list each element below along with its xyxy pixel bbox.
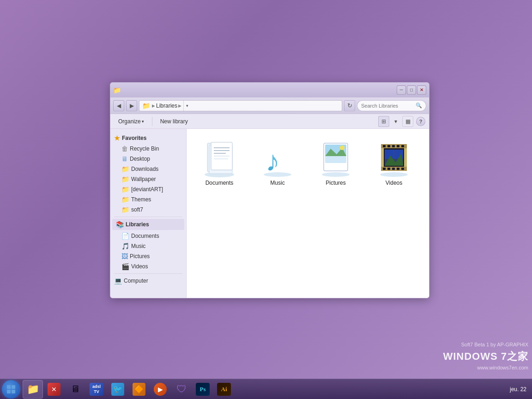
taskbar-monitor[interactable]: 🖥 [65,380,85,399]
sidebar-item-computer[interactable]: 💻 Computer [110,276,186,286]
sidebar-item-recycle-bin[interactable]: 🗑 Recycle Bin [110,144,186,154]
organize-chevron: ▾ [142,119,144,124]
sidebar-item-soft7[interactable]: 📁 soft7 [110,205,186,215]
window-title-icon: 📁 [113,86,121,94]
music-svg-icon: ♪ [261,139,294,177]
svg-rect-25 [397,145,399,147]
view-tiles-button[interactable]: ⊞ [378,116,389,127]
taskbar-orange-app[interactable]: 🔶 [129,380,149,399]
computer-label: Computer [124,278,148,284]
favorites-label: Favorites [122,135,146,141]
library-item-pictures[interactable]: Pictures [310,136,361,190]
documents-lib-label: Documents [206,180,234,186]
libraries-section: 📚 Libraries 📄 Documents 🎵 Music 🖼 Pictur… [110,219,186,272]
organize-button[interactable]: Organize ▾ [114,116,148,127]
taskbar-illustrator[interactable]: Ai [214,380,234,399]
computer-icon: 💻 [114,277,122,284]
recycle-bin-icon: 🗑 [121,145,128,152]
sidebar-item-documents[interactable]: 📄 Documents [110,231,186,241]
watermark-line1: Soft7 Beta 1 by AP-GRAPHIX [443,341,528,349]
address-chevron1: ▶ [152,103,155,108]
taskbar-blue-bird[interactable]: 🐦 [108,380,128,399]
maximize-button[interactable]: □ [407,85,416,95]
taskbar-shield[interactable]: 🛡 [171,380,192,399]
new-library-label: New library [160,118,188,125]
favorites-header[interactable]: ★ Favorites [110,133,186,144]
address-path: Libraries [156,103,177,109]
clock-time: jeu. 22 [510,386,526,393]
svg-rect-23 [387,145,390,147]
taskbar-adsl-tv[interactable]: adslTV [86,380,107,399]
taskbar-explorer[interactable]: 📁 [23,380,43,399]
content-area: ★ Favorites 🗑 Recycle Bin 🖥 Desktop 📁 Do… [110,129,429,298]
view-dropdown-button[interactable]: ▾ [390,116,401,127]
videos-label: Videos [131,263,148,270]
music-icon: 🎵 [121,242,129,250]
deviantart-icon: 📁 [121,186,129,193]
sidebar-item-desktop[interactable]: 🖥 Desktop [110,154,186,164]
nav-bar: ◀ ▶ 📁 ▶ Libraries ▶ ▾ ↻ 🔍 [110,97,429,114]
sidebar-item-music[interactable]: 🎵 Music [110,241,186,251]
address-dropdown[interactable]: ▾ [183,100,191,111]
documents-icon-wrap [201,140,238,177]
svg-rect-37 [12,385,15,389]
libraries-icon: 📚 [116,221,124,228]
svg-point-11 [322,172,350,177]
address-bar[interactable]: 📁 ▶ Libraries ▶ ▾ [139,100,342,111]
address-chevron2: ▶ [178,103,181,108]
sidebar-divider-2 [114,273,182,274]
taskbar-clock[interactable]: jeu. 22 [510,386,530,393]
libraries-header[interactable]: 📚 Libraries [112,219,184,230]
watermark-logo: WINDOWS 7之家 [443,349,528,364]
soft7-icon: 📁 [121,206,129,213]
sidebar-item-wallpaper[interactable]: 📁 Wallpaper [110,174,186,184]
themes-icon: 📁 [121,196,129,203]
svg-text:♪: ♪ [266,145,280,177]
libraries-label: Libraries [126,221,149,228]
favorites-section: ★ Favorites 🗑 Recycle Bin 🖥 Desktop 📁 Do… [110,133,186,215]
search-input[interactable] [361,103,414,109]
adsl-tv-icon: adslTV [90,383,103,396]
svg-rect-24 [392,145,395,147]
computer-section: 💻 Computer [110,276,186,286]
start-button[interactable] [2,380,20,399]
taskbar-media[interactable]: ▶ [150,380,170,399]
organize-label: Organize [118,118,141,125]
forward-button[interactable]: ▶ [126,100,137,111]
documents-svg-icon [203,139,236,177]
svg-rect-27 [383,168,386,170]
back-button[interactable]: ◀ [113,100,124,111]
refresh-button[interactable]: ↻ [344,100,355,111]
star-icon: ★ [114,134,120,142]
search-icon[interactable]: 🔍 [416,103,422,109]
sidebar: ★ Favorites 🗑 Recycle Bin 🖥 Desktop 📁 Do… [110,129,187,298]
pictures-lib-label: Pictures [326,180,345,186]
desktop-label: Desktop [130,156,150,162]
close-button[interactable]: ✕ [417,85,426,95]
minimize-button[interactable]: ─ [397,85,406,95]
svg-rect-36 [7,385,11,389]
sidebar-item-themes[interactable]: 📁 Themes [110,194,186,205]
preview-pane-button[interactable]: ▦ [402,116,413,127]
watermark-url: www.windows7en.com [443,364,528,372]
library-item-videos[interactable]: Videos [369,136,419,190]
sidebar-item-pictures[interactable]: 🖼 Pictures [110,251,186,261]
new-library-button[interactable]: New library [156,116,192,127]
documents-icon: 📄 [121,232,129,240]
search-bar[interactable]: 🔍 [357,100,426,111]
svg-rect-28 [387,168,390,170]
sidebar-item-downloads[interactable]: 📁 Downloads [110,164,186,174]
library-item-music[interactable]: ♪ Music [252,136,303,190]
toolbar-right: ⊞ ▾ ▦ ? [378,116,425,127]
sidebar-item-videos[interactable]: 🎬 Videos [110,261,186,272]
pictures-label: Pictures [130,253,150,260]
pictures-icon: 🖼 [121,253,128,260]
help-button[interactable]: ? [416,117,425,126]
taskbar-red-app[interactable]: ✕ [44,380,64,399]
library-item-documents[interactable]: Documents [194,136,245,190]
title-bar: 📁 ─ □ ✕ [110,83,429,97]
sidebar-item-deviantart[interactable]: 📁 [deviantART] [110,184,186,194]
shield-icon: 🛡 [175,383,188,396]
red-app-icon: ✕ [48,383,60,396]
taskbar-photoshop[interactable]: Ps [193,380,213,399]
